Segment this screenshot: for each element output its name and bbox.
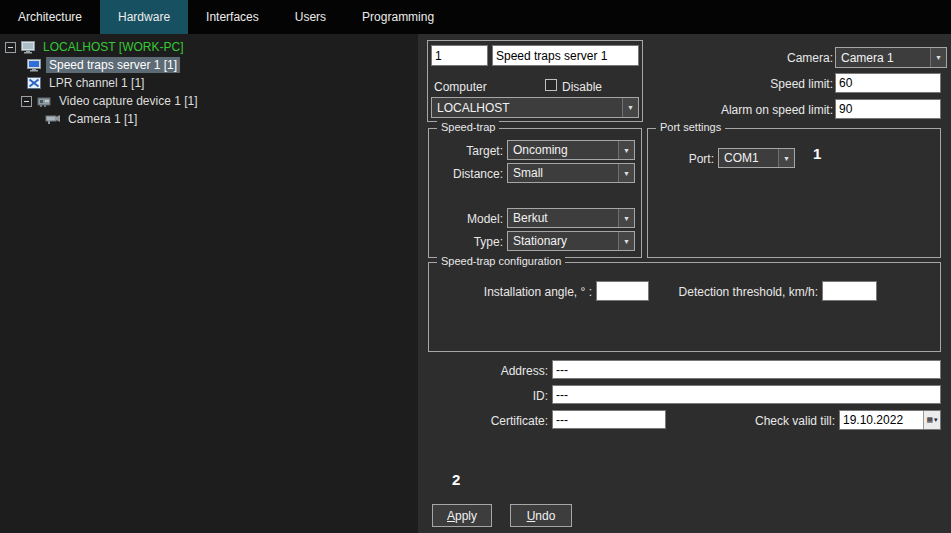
alarm-speed-limit-label: Alarm on speed limit: — [648, 103, 833, 117]
target-select-value: Oncoming — [508, 143, 618, 157]
address-input[interactable] — [552, 360, 941, 379]
tree-item-label: Video capture device 1 [1] — [56, 93, 201, 109]
port-select-value: COM1 — [719, 151, 778, 165]
lpr-channel-icon — [27, 77, 42, 90]
calendar-dropdown-button[interactable]: ▦▾ — [923, 411, 940, 429]
type-select[interactable]: Stationary ▼ — [507, 231, 635, 251]
port-settings-group: Port settings Port: COM1 ▼ 1 — [647, 128, 941, 258]
identity-group: Computer Disable LOCALHOST ▼ — [427, 40, 643, 122]
detection-threshold-input[interactable] — [822, 281, 877, 301]
main-tab-bar: Architecture Hardware Interfaces Users P… — [0, 0, 951, 34]
calendar-icon: ▦ — [926, 416, 933, 424]
distance-select-value: Small — [508, 166, 618, 180]
tree-item-label: Speed traps server 1 [1] — [46, 57, 180, 73]
chevron-down-icon: ▼ — [618, 209, 634, 227]
camera-icon — [45, 113, 61, 125]
target-label: Target: — [429, 144, 503, 158]
undo-button[interactable]: Undo — [510, 504, 572, 527]
detection-threshold-label: Detection threshold, km/h: — [655, 285, 818, 299]
speed-limit-input[interactable] — [835, 73, 941, 93]
application-window: Architecture Hardware Interfaces Users P… — [0, 0, 951, 533]
id-input[interactable] — [552, 385, 941, 404]
tree-item-speed-traps-server[interactable]: Speed traps server 1 [1] — [0, 56, 418, 74]
tree-item-video-capture-device[interactable]: Video capture device 1 [1] — [0, 92, 418, 110]
tree-item-camera[interactable]: Camera 1 [1] — [0, 110, 418, 128]
tree-item-label: LPR channel 1 [1] — [46, 75, 147, 91]
target-select[interactable]: Oncoming ▼ — [507, 140, 635, 160]
camera-select-value: Camera 1 — [836, 51, 930, 65]
check-valid-date-field[interactable]: 19.10.2022 ▦▾ — [839, 410, 941, 430]
speed-trap-configuration-group: Speed-trap configuration Installation an… — [428, 262, 941, 352]
tree-item-localhost[interactable]: LOCALHOST [WORK-PC] — [0, 38, 418, 56]
object-name-input[interactable] — [492, 45, 639, 66]
computer-label: Computer — [434, 80, 487, 94]
tab-users[interactable]: Users — [277, 0, 344, 34]
installation-angle-label: Installation angle, ° : — [429, 285, 592, 299]
chevron-down-icon: ▼ — [778, 149, 794, 167]
chevron-down-icon: ▼ — [618, 164, 634, 182]
chevron-down-icon: ▼ — [618, 232, 634, 250]
distance-select[interactable]: Small ▼ — [507, 163, 635, 183]
installation-angle-input[interactable] — [596, 281, 649, 301]
tab-interfaces[interactable]: Interfaces — [188, 0, 277, 34]
disable-label: Disable — [562, 80, 602, 94]
certificate-label: Certificate: — [438, 414, 548, 428]
chevron-down-icon: ▼ — [930, 48, 946, 67]
model-select[interactable]: Berkut ▼ — [507, 208, 635, 228]
distance-label: Distance: — [429, 167, 503, 181]
camera-select[interactable]: Camera 1 ▼ — [835, 47, 947, 68]
type-select-value: Stationary — [508, 234, 618, 248]
disable-checkbox[interactable] — [545, 79, 557, 91]
tab-architecture[interactable]: Architecture — [0, 0, 100, 34]
speed-limit-label: Speed limit: — [648, 77, 833, 91]
hardware-tree: LOCALHOST [WORK-PC] Speed traps server 1… — [0, 34, 418, 533]
date-value: 19.10.2022 — [840, 413, 923, 427]
computer-icon — [21, 41, 36, 54]
collapse-icon[interactable] — [5, 42, 16, 53]
model-select-value: Berkut — [508, 211, 618, 225]
port-select[interactable]: COM1 ▼ — [718, 148, 795, 168]
tab-hardware[interactable]: Hardware — [100, 0, 188, 34]
tree-item-label: LOCALHOST [WORK-PC] — [40, 39, 186, 55]
tree-item-label: Camera 1 [1] — [65, 111, 140, 127]
annotation-2: 2 — [452, 471, 460, 488]
address-label: Address: — [438, 364, 548, 378]
annotation-1: 1 — [813, 145, 821, 162]
speed-trap-group: Speed-trap Target: Oncoming ▼ Distance: … — [428, 128, 642, 258]
capture-board-icon — [37, 95, 52, 108]
speed-trap-configuration-group-title: Speed-trap configuration — [437, 255, 565, 267]
server-monitor-icon — [27, 59, 42, 72]
tree-item-lpr-channel[interactable]: LPR channel 1 [1] — [0, 74, 418, 92]
camera-label: Camera: — [648, 51, 833, 65]
type-label: Type: — [429, 235, 503, 249]
port-label: Port: — [648, 152, 714, 166]
apply-button[interactable]: Apply — [432, 504, 492, 527]
tab-programming[interactable]: Programming — [344, 0, 452, 34]
collapse-icon[interactable] — [21, 96, 32, 107]
id-label: ID: — [438, 389, 548, 403]
chevron-down-icon: ▼ — [622, 98, 638, 117]
chevron-down-icon: ▼ — [618, 141, 634, 159]
speed-trap-group-title: Speed-trap — [437, 121, 499, 133]
certificate-input[interactable] — [552, 410, 666, 429]
check-valid-till-label: Check valid till: — [668, 414, 835, 428]
computer-select[interactable]: LOCALHOST ▼ — [431, 97, 639, 118]
object-number-input[interactable] — [431, 45, 488, 66]
model-label: Model: — [429, 212, 503, 226]
settings-panel: Computer Disable LOCALHOST ▼ Camera: Cam… — [418, 34, 951, 533]
chevron-down-icon: ▾ — [934, 416, 938, 424]
computer-select-value: LOCALHOST — [432, 101, 622, 115]
port-settings-group-title: Port settings — [656, 121, 725, 133]
alarm-speed-limit-input[interactable] — [835, 99, 941, 119]
